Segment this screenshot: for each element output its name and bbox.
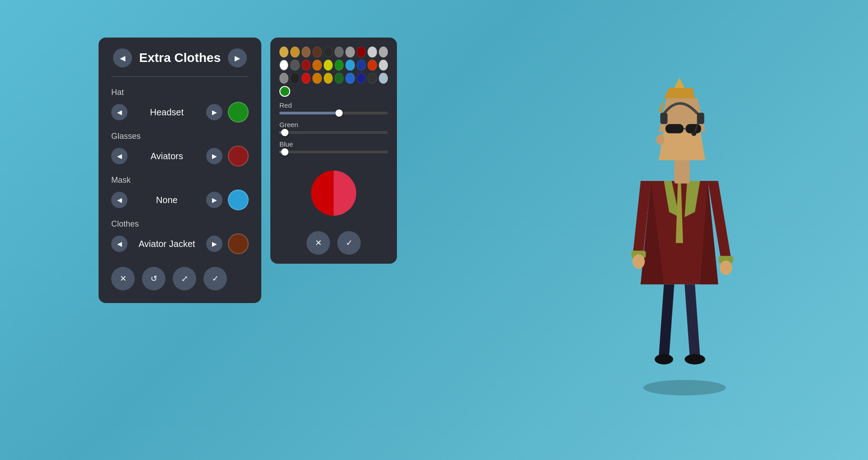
swatch-sky-blue[interactable]	[345, 60, 354, 71]
swatch-mid-gray[interactable]	[279, 73, 288, 84]
color-preview-container	[279, 161, 388, 225]
mask-color-swatch[interactable]	[228, 190, 249, 210]
swatch-light2[interactable]	[379, 60, 388, 71]
swatch-forest[interactable]	[335, 73, 344, 84]
blue-slider-track[interactable]	[279, 151, 388, 153]
swatch-light-gray[interactable]	[368, 47, 377, 57]
x-icon: ✕	[120, 274, 127, 284]
swatch-dark-brown[interactable]	[312, 47, 321, 57]
arrow-left-icon: ◀	[120, 54, 125, 62]
neck	[674, 160, 689, 183]
swatch-selected-green[interactable]	[279, 86, 290, 97]
left-hand	[632, 254, 645, 269]
left-panel: ◀ Extra Clothes ▶ Hat ◀ Headset ▶ Glasse…	[99, 38, 261, 303]
color-confirm-button[interactable]: ✓	[337, 231, 361, 255]
red-slider-section: Red	[279, 101, 388, 114]
swatch-red2[interactable]	[368, 60, 377, 71]
left-panel-actions: ✕ ↺ ⤢ ✓	[111, 267, 249, 290]
green-label: Green	[279, 121, 388, 128]
check-icon: ✓	[212, 274, 219, 284]
swatch-orange2[interactable]	[312, 73, 321, 84]
right-leg	[684, 285, 700, 357]
swatch-crimson[interactable]	[302, 60, 311, 71]
glasses-section: Glasses ◀ Aviators ▶	[111, 132, 249, 166]
swatch-gray[interactable]	[345, 47, 354, 57]
glasses-next-button[interactable]: ▶	[206, 148, 222, 164]
swatch-dark-gray[interactable]	[335, 47, 344, 57]
swatch-blue[interactable]	[345, 73, 354, 84]
hair-side	[659, 98, 664, 114]
swatch-orange[interactable]	[312, 60, 321, 71]
hat-label: Hat	[111, 88, 249, 97]
clothes-color-swatch[interactable]	[228, 233, 249, 254]
clothes-prev-button[interactable]: ◀	[111, 236, 127, 252]
hat-item-name: Headset	[133, 107, 201, 118]
blue-slider-section: Blue	[279, 140, 388, 153]
glasses-color-swatch[interactable]	[228, 146, 249, 166]
swatch-white[interactable]	[279, 60, 288, 71]
header-divider	[111, 76, 249, 77]
green-slider-thumb[interactable]	[281, 129, 288, 136]
red-slider-track[interactable]	[279, 112, 388, 114]
swatch-dark-navy[interactable]	[357, 73, 366, 84]
swatch-black[interactable]	[290, 73, 299, 84]
color-row-2	[279, 60, 388, 71]
hat-item-row: ◀ Headset ▶	[111, 102, 249, 123]
green-slider-track[interactable]	[279, 131, 388, 134]
mic-head	[691, 131, 696, 136]
character-svg	[552, 36, 823, 398]
swatch-near-black[interactable]	[324, 47, 333, 57]
swatch-charcoal[interactable]	[290, 60, 299, 71]
color-picker-panel: Red Green Blue	[270, 38, 397, 264]
swatch-ice[interactable]	[379, 73, 388, 84]
blue-slider-thumb[interactable]	[281, 148, 288, 156]
color-preview-large	[311, 171, 356, 216]
reset-button[interactable]: ↺	[142, 267, 165, 290]
blue-label: Blue	[279, 140, 388, 148]
swatch-amber[interactable]	[324, 73, 333, 84]
expand-button[interactable]: ⤢	[173, 267, 196, 290]
swatch-tan[interactable]	[279, 47, 288, 57]
color-preview-left	[311, 171, 334, 216]
glasses-prev-button[interactable]: ◀	[111, 148, 127, 164]
color-preview-right	[334, 171, 356, 216]
confirm-button[interactable]: ✓	[203, 267, 227, 290]
hat-next-button[interactable]: ▶	[206, 104, 222, 120]
panel-header: ◀ Extra Clothes ▶	[111, 48, 249, 67]
glasses-item-name: Aviators	[133, 151, 201, 161]
swatch-silver[interactable]	[379, 47, 388, 57]
hat-color-swatch[interactable]	[228, 102, 249, 123]
head-lower	[659, 129, 705, 161]
swatch-green[interactable]	[335, 60, 344, 71]
color-cancel-button[interactable]: ✕	[307, 231, 330, 255]
hair-top	[664, 88, 695, 98]
color-row-4	[279, 86, 388, 97]
clothes-next-button[interactable]: ▶	[206, 236, 222, 252]
glasses-label: Glasses	[111, 132, 249, 141]
swatch-gold[interactable]	[290, 47, 299, 57]
swatch-brown[interactable]	[302, 47, 311, 57]
red-slider-thumb[interactable]	[335, 109, 343, 117]
glasses-left	[665, 124, 684, 133]
mask-prev-button[interactable]: ◀	[111, 192, 127, 208]
character-display	[552, 36, 823, 398]
nav-back-button[interactable]: ◀	[113, 48, 132, 67]
swatch-red3[interactable]	[302, 73, 311, 84]
swatch-navy[interactable]	[357, 60, 366, 71]
swatch-dark3[interactable]	[368, 73, 377, 84]
left-leg	[659, 285, 674, 357]
swatch-yellow[interactable]	[324, 60, 333, 71]
color-x-icon: ✕	[315, 238, 322, 248]
expand-icon: ⤢	[181, 274, 188, 284]
nav-forward-button[interactable]: ▶	[228, 48, 247, 67]
panel-title: Extra Clothes	[139, 51, 221, 65]
mask-section: Mask ◀ None ▶	[111, 175, 249, 210]
green-slider-section: Green	[279, 121, 388, 134]
hat-prev-button[interactable]: ◀	[111, 104, 127, 120]
mask-next-button[interactable]: ▶	[206, 192, 222, 208]
mask-item-name: None	[133, 195, 201, 205]
color-picker-actions: ✕ ✓	[279, 231, 388, 255]
swatch-dark-red[interactable]	[357, 47, 366, 57]
cancel-button[interactable]: ✕	[111, 267, 135, 290]
clothes-label: Clothes	[111, 219, 249, 229]
